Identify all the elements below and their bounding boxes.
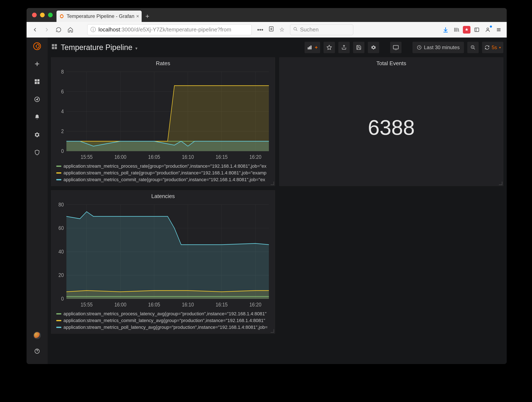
svg-text:40: 40 [58, 248, 64, 255]
resize-handle[interactable] [499, 182, 502, 185]
sidebar-button[interactable] [472, 25, 481, 34]
svg-text:2: 2 [61, 128, 64, 134]
svg-text:15:55: 15:55 [81, 301, 93, 307]
explore-icon[interactable] [33, 95, 42, 104]
panel-title: Total Events [279, 58, 503, 69]
maximize-window-button[interactable] [48, 13, 53, 17]
svg-text:15:55: 15:55 [81, 154, 93, 160]
svg-rect-5 [37, 79, 39, 81]
svg-rect-2 [475, 28, 479, 32]
svg-text:16:10: 16:10 [182, 154, 194, 160]
svg-text:16:05: 16:05 [148, 154, 160, 160]
svg-text:6: 6 [61, 88, 64, 95]
svg-text:16:00: 16:00 [114, 301, 127, 307]
minimize-window-button[interactable] [40, 13, 45, 17]
page-actions-button[interactable]: ••• [255, 26, 265, 33]
latencies-chart: 02040608015:5516:0016:0516:1016:1516:20 [53, 202, 271, 309]
settings-button[interactable] [368, 42, 379, 53]
rates-chart: 0246815:5516:0016:0516:1016:1516:20 [53, 69, 271, 161]
legend-row[interactable]: application:stream_metrics_poll_rate{gro… [56, 170, 270, 176]
rates-legend: application:stream_metrics_process_rate{… [51, 161, 275, 186]
svg-text:16:20: 16:20 [249, 301, 261, 307]
menu-button[interactable] [494, 25, 503, 34]
grafana-logo[interactable] [33, 42, 42, 51]
svg-text:16:15: 16:15 [216, 154, 228, 160]
legend-row[interactable]: application:stream_metrics_poll_latency_… [56, 324, 270, 330]
back-button[interactable] [30, 25, 40, 35]
dashboard-header: Temperature Pipeline ▾ + [48, 38, 507, 57]
time-range-button[interactable]: Last 30 minutes [412, 42, 464, 53]
grafana-favicon [59, 13, 64, 19]
resize-handle[interactable] [271, 182, 274, 185]
dashboards-icon[interactable] [33, 77, 42, 86]
home-button[interactable] [65, 25, 76, 35]
svg-rect-7 [37, 82, 39, 84]
help-icon[interactable] [33, 347, 42, 356]
svg-rect-14 [308, 47, 309, 49]
shield-icon[interactable] [33, 148, 42, 157]
zoom-out-button[interactable] [467, 42, 479, 53]
svg-point-1 [294, 27, 297, 30]
svg-text:60: 60 [58, 225, 64, 231]
svg-rect-15 [309, 47, 310, 49]
panels-grid: Rates 0246815:5516:0016:0516:1016:1516:2… [48, 57, 507, 334]
account-button[interactable] [483, 25, 492, 34]
reader-mode-button[interactable] [267, 26, 276, 33]
svg-rect-12 [52, 47, 54, 49]
legend-row[interactable]: application:stream_metrics_process_laten… [56, 311, 270, 317]
legend-row[interactable]: application:stream_metrics_commit_rate{g… [56, 177, 270, 182]
svg-text:8: 8 [61, 69, 64, 75]
dashboard-title[interactable]: Temperature Pipeline ▾ [51, 43, 137, 52]
svg-rect-16 [310, 45, 311, 49]
refresh-interval: 5s [492, 45, 497, 50]
panel-rates[interactable]: Rates 0246815:5516:0016:0516:1016:1516:2… [51, 57, 275, 186]
url-bar: ⓘ localhost:3000/d/e5Xj-Y7Zk/temperature… [26, 22, 507, 38]
legend-row[interactable]: application:stream_metrics_commit_latenc… [56, 318, 270, 323]
new-tab-button[interactable]: + [142, 11, 153, 22]
svg-rect-17 [393, 45, 398, 49]
grafana-app: Temperature Pipeline ▾ + [26, 38, 507, 364]
url-input[interactable]: ⓘ localhost:3000/d/e5Xj-Y7Zk/temperature… [87, 24, 252, 35]
add-panel-button[interactable]: + [304, 42, 320, 53]
latencies-legend: application:stream_metrics_process_laten… [51, 309, 275, 333]
config-icon[interactable] [33, 130, 42, 139]
svg-rect-11 [55, 44, 57, 46]
library-button[interactable] [452, 25, 461, 34]
panel-total-events[interactable]: Total Events 6388 [279, 57, 503, 186]
svg-rect-6 [35, 82, 37, 84]
svg-rect-4 [35, 79, 37, 81]
resize-handle[interactable] [271, 329, 274, 333]
share-button[interactable] [338, 42, 350, 53]
panel-latencies[interactable]: Latencies 02040608015:5516:0016:0516:101… [51, 190, 275, 334]
dashboards-icon [51, 43, 58, 52]
svg-text:80: 80 [58, 202, 64, 207]
star-button[interactable] [323, 42, 335, 53]
legend-row[interactable]: application:stream_metrics_process_rate{… [56, 163, 270, 169]
extension-button[interactable] [463, 26, 470, 33]
svg-text:0: 0 [61, 296, 64, 302]
forward-button[interactable] [42, 25, 52, 35]
add-icon[interactable] [33, 59, 42, 68]
downloads-button[interactable] [441, 25, 450, 34]
search-input[interactable]: Suchen [290, 24, 353, 35]
svg-text:20: 20 [58, 272, 64, 278]
panel-title: Rates [51, 58, 275, 69]
reload-button[interactable] [54, 25, 64, 35]
svg-rect-10 [52, 44, 54, 46]
browser-tab[interactable]: Temperature Pipeline - Grafana × [57, 11, 142, 22]
grafana-sidebar [26, 38, 48, 364]
save-button[interactable] [353, 42, 364, 53]
close-window-button[interactable] [32, 13, 37, 17]
alert-icon[interactable] [33, 113, 42, 122]
bookmark-button[interactable]: ☆ [278, 26, 286, 33]
grafana-main: Temperature Pipeline ▾ + [48, 38, 507, 364]
svg-point-3 [487, 28, 489, 30]
close-tab-button[interactable]: × [136, 13, 139, 19]
search-icon [293, 26, 298, 33]
url-actions: ••• ☆ [253, 26, 288, 33]
window-controls [30, 13, 57, 22]
user-avatar[interactable] [33, 331, 41, 339]
view-mode-button[interactable] [390, 42, 402, 53]
refresh-button[interactable]: 5s ▾ [482, 42, 503, 53]
svg-text:16:20: 16:20 [249, 154, 261, 160]
